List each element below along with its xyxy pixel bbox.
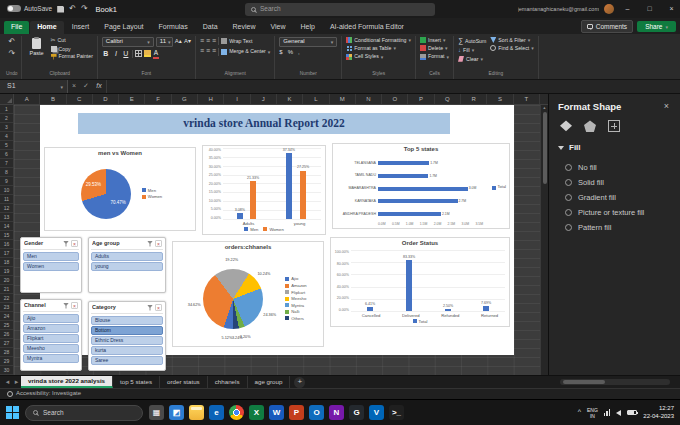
row-header-21[interactable]: 21 (0, 285, 13, 294)
taskbar-icon-vscode[interactable]: V (369, 405, 384, 420)
ribbon-tab-page-layout[interactable]: Page Layout (97, 21, 150, 34)
slicer-item-blouse[interactable]: Blouse (91, 316, 163, 325)
column-header-j[interactable]: J (251, 94, 277, 104)
align-middle-icon[interactable]: ≡ (206, 37, 210, 45)
column-header-k[interactable]: K (277, 94, 303, 104)
merge-center-button[interactable]: Merge & Center▾ (221, 48, 270, 54)
filter-icon[interactable] (63, 303, 69, 309)
taskbar-icon-widgets[interactable]: ◩ (169, 405, 184, 420)
column-header-d[interactable]: D (93, 94, 119, 104)
row-header-3[interactable]: 3 (0, 123, 13, 132)
taskbar-icon-github[interactable]: G (349, 405, 364, 420)
row-header-24[interactable]: 24 (0, 312, 13, 321)
column-header-h[interactable]: H (198, 94, 224, 104)
taskbar-icon-word[interactable]: W (269, 405, 284, 420)
start-button[interactable] (6, 406, 19, 419)
slicer-item-ajio[interactable]: Ajio (23, 314, 79, 323)
font-name-select[interactable]: Calibri▾ (102, 37, 154, 47)
new-sheet-button[interactable]: + (294, 377, 305, 388)
autosum-button[interactable]: ∑AutoSum (458, 37, 486, 45)
row-header-6[interactable]: 6 (0, 150, 13, 159)
user-email[interactable]: jemantanaghicaneku@gmail.com (518, 6, 599, 13)
close-button[interactable]: × (663, 0, 680, 18)
redo-icon[interactable]: ↷ (8, 49, 15, 59)
row-header-25[interactable]: 25 (0, 321, 13, 330)
scrollbar-thumb[interactable] (543, 112, 547, 184)
column-header-l[interactable]: L (303, 94, 329, 104)
tray-expand-icon[interactable]: ^ (578, 408, 581, 416)
slicer-item-kurta[interactable]: kurta (91, 346, 163, 355)
horizontal-scrollbar[interactable] (560, 379, 670, 385)
language-indicator[interactable]: ENG IN (587, 407, 598, 419)
underline-button[interactable]: U (122, 50, 130, 58)
slicer-item-bottom[interactable]: Bottom (91, 326, 163, 335)
slicer-item-meesho[interactable]: Meesho (23, 344, 79, 353)
slicer-item-flipkart[interactable]: Flipkart (23, 334, 79, 343)
grid-canvas[interactable]: vrinda store Annual Report 2022 men vs W… (14, 105, 540, 375)
titlebar-redo-icon[interactable]: ↷ (81, 4, 88, 14)
italic-button[interactable]: I (112, 50, 120, 58)
slicer-item-young[interactable]: young (91, 262, 163, 271)
bar-tamil-nadu[interactable] (378, 174, 428, 178)
insert-function-icon[interactable]: fx (92, 82, 106, 90)
row-header-1[interactable]: 1 (0, 105, 13, 114)
conditional-formatting-button[interactable]: Conditional Formatting▾ (346, 37, 411, 43)
ribbon-tab-formulas[interactable]: Formulas (152, 21, 195, 34)
sheet-tab-chhanels[interactable]: chhanels (208, 376, 248, 388)
avatar[interactable] (604, 4, 614, 14)
panel-close-icon[interactable]: × (662, 101, 671, 112)
bar-maharashtra[interactable] (378, 187, 468, 191)
bar-young-men[interactable] (286, 153, 292, 219)
taskbar-icon-outlook[interactable]: O (309, 405, 324, 420)
column-header-b[interactable]: B (40, 94, 66, 104)
row-header-14[interactable]: 14 (0, 222, 13, 231)
clock[interactable]: 12:27 22-04-2023 (643, 405, 674, 419)
bar-returned-total[interactable] (483, 306, 489, 311)
ribbon-tab-data[interactable]: Data (196, 21, 225, 34)
slicer-item-adults[interactable]: Adults (91, 252, 163, 261)
taskbar-icon-powerpoint[interactable]: P (289, 405, 304, 420)
paste-button[interactable]: Paste (26, 37, 46, 58)
formula-input[interactable] (106, 80, 680, 93)
row-header-16[interactable]: 16 (0, 240, 13, 249)
sheet-tab-age-group[interactable]: age group (248, 376, 291, 388)
currency-icon[interactable]: $ (279, 49, 282, 56)
chart-order-status[interactable]: Order Status100.00%80.00%60.00%40.00%20.… (330, 237, 510, 327)
taskbar-icon-chrome[interactable] (229, 405, 244, 420)
taskbar-icon-terminal[interactable]: >_ (389, 405, 404, 420)
titlebar-search[interactable]: Search (245, 3, 435, 16)
slicer-gender[interactable]: Gender×MenWomen (20, 237, 82, 293)
pie-men-vs-women[interactable] (81, 169, 131, 219)
increase-font-size-button[interactable]: A▴ (175, 38, 182, 45)
clear-filter-icon[interactable]: × (71, 302, 78, 309)
slicer-item-amazon[interactable]: Amazon (23, 324, 79, 333)
minimize-button[interactable]: – (619, 0, 636, 18)
accessibility-status[interactable]: Accessibility: Investigate (16, 390, 81, 397)
bar-young-women[interactable] (300, 171, 306, 219)
column-header-f[interactable]: F (145, 94, 171, 104)
cell-styles-button[interactable]: Cell Styles▾ (346, 53, 411, 59)
slicer-channel[interactable]: Channel×AjioAmazonFlipkartMeeshoMyntra (20, 299, 82, 371)
ribbon-tab-ai-aided-formula-editor[interactable]: AI-aided Formula Editor (323, 21, 411, 34)
chart-age-vs-gender[interactable]: 40.00%35.00%30.00%25.00%20.00%15.00%10.0… (202, 145, 326, 235)
titlebar-undo-icon[interactable]: ↶ (69, 4, 76, 14)
row-header-23[interactable]: 23 (0, 303, 13, 312)
fill-line-icon[interactable] (560, 120, 572, 132)
maximize-button[interactable]: □ (641, 0, 658, 18)
filter-icon[interactable] (147, 305, 153, 311)
fill-option-gradient-fill[interactable]: Gradient fill (565, 193, 671, 202)
column-header-g[interactable]: G (172, 94, 198, 104)
sheet-tab-order-status[interactable]: order status (160, 376, 208, 388)
ribbon-tab-review[interactable]: Review (226, 21, 263, 34)
slicer-item-myntra[interactable]: Myntra (23, 354, 79, 363)
number-format-select[interactable]: General▾ (279, 37, 337, 47)
row-header-8[interactable]: 8 (0, 168, 13, 177)
sheet-tab-top-5-states[interactable]: top 5 states (113, 376, 160, 388)
fill-option-solid-fill[interactable]: Solid fill (565, 178, 671, 187)
decrease-font-size-button[interactable]: A▾ (184, 38, 191, 45)
row-header-10[interactable]: 10 (0, 186, 13, 195)
format-as-table-button[interactable]: Format as Table▾ (346, 45, 411, 51)
taskbar-icon-excel[interactable]: X (249, 405, 264, 420)
column-header-s[interactable]: S (487, 94, 513, 104)
vertical-scrollbar[interactable]: ▴ (540, 105, 548, 375)
